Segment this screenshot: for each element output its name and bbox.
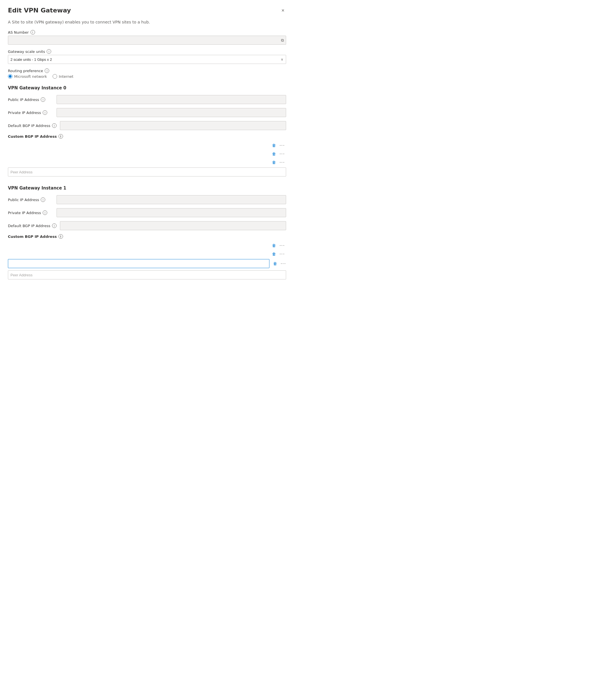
instance0-bgp-row1-more-icon[interactable]: ··· — [279, 143, 285, 148]
routing-microsoft-radio[interactable] — [8, 74, 13, 79]
as-number-info-icon[interactable]: i — [30, 30, 35, 35]
instance0-bgp-row-3: 🗑 ··· — [8, 159, 286, 166]
instance1-public-ip-row: Public IP Address i — [8, 195, 286, 204]
routing-preference-microsoft-option[interactable]: Microsoft network — [8, 74, 47, 79]
instance1-bgp-active-input[interactable] — [8, 259, 269, 268]
instance1-private-ip-info-icon[interactable]: i — [43, 210, 47, 215]
instance0-bgp-row1-trash-icon[interactable]: 🗑 — [271, 142, 277, 149]
instance1-bgp-row1-more-icon[interactable]: ··· — [279, 243, 285, 248]
instance1-bgp-row2-more-icon[interactable]: ··· — [279, 252, 285, 256]
instance1-public-ip-input[interactable] — [57, 195, 286, 204]
instance0-bgp-row2-trash-icon[interactable]: 🗑 — [271, 150, 277, 157]
instance1-private-ip-label: Private IP Address i — [8, 210, 53, 215]
copy-icon[interactable]: ⧉ — [281, 38, 284, 43]
instance0-public-ip-row: Public IP Address i — [8, 95, 286, 104]
instance1-public-ip-info-icon[interactable]: i — [41, 198, 45, 202]
instance0-bgp-row3-trash-icon[interactable]: 🗑 — [271, 159, 277, 166]
gateway-scale-units-select-wrapper: 2 scale units - 1 Gbps x 2 1 scale unit … — [8, 55, 286, 64]
instance0-custom-bgp-label: Custom BGP IP Address i — [8, 134, 286, 139]
instance1-default-bgp-info-icon[interactable]: i — [52, 223, 57, 228]
instance0-private-ip-row: Private IP Address i — [8, 108, 286, 117]
instance0-public-ip-label: Public IP Address i — [8, 97, 53, 102]
instance1-private-ip-input[interactable] — [57, 208, 286, 217]
instance1-default-bgp-row: Default BGP IP Address i — [8, 221, 286, 230]
instance0-default-bgp-input[interactable] — [60, 121, 286, 130]
gateway-scale-units-label: Gateway scale units i — [8, 49, 286, 54]
instance0-bgp-row2-more-icon[interactable]: ··· — [279, 151, 285, 156]
instance1-bgp-row3-more-icon[interactable]: ··· — [281, 261, 286, 266]
instance0-peer-address-input[interactable] — [8, 167, 286, 177]
dialog-title: Edit VPN Gateway — [8, 7, 71, 14]
routing-preference-info-icon[interactable]: i — [45, 68, 49, 73]
instance1-bgp-row3-trash-icon[interactable]: 🗑 — [272, 260, 278, 267]
instance1-bgp-row-2: 🗑 ··· — [8, 251, 286, 258]
as-number-group: AS Number i ⧉ — [8, 30, 286, 45]
instance1-bgp-row2-trash-icon[interactable]: 🗑 — [271, 251, 277, 258]
routing-preference-label: Routing preference i — [8, 68, 286, 73]
instance0-private-ip-info-icon[interactable]: i — [43, 110, 47, 115]
instance1-peer-address-input[interactable] — [8, 270, 286, 280]
as-number-input[interactable] — [8, 36, 286, 45]
instance0-bgp-row-1: 🗑 ··· — [8, 142, 286, 149]
instance1-default-bgp-label: Default BGP IP Address i — [8, 223, 57, 228]
instance1-bgp-row1-trash-icon[interactable]: 🗑 — [271, 242, 277, 249]
instance1-default-bgp-input[interactable] — [60, 221, 286, 230]
instance0-public-ip-info-icon[interactable]: i — [41, 97, 45, 102]
instance0-bgp-row3-more-icon[interactable]: ··· — [279, 160, 285, 165]
instance1-custom-bgp-info-icon[interactable]: i — [59, 234, 63, 239]
instance1-bgp-row-3-active: 🗑 ··· — [8, 259, 286, 268]
instance1-public-ip-label: Public IP Address i — [8, 198, 53, 202]
instance0-default-bgp-row: Default BGP IP Address i — [8, 121, 286, 130]
instance1-private-ip-row: Private IP Address i — [8, 208, 286, 217]
instance1-custom-bgp-label: Custom BGP IP Address i — [8, 234, 286, 239]
dialog-header: Edit VPN Gateway × — [8, 7, 286, 14]
as-number-input-wrapper: ⧉ — [8, 36, 286, 45]
instance0-bgp-row-2: 🗑 ··· — [8, 150, 286, 157]
routing-internet-radio[interactable] — [53, 74, 57, 79]
gateway-scale-units-group: Gateway scale units i 2 scale units - 1 … — [8, 49, 286, 64]
vpn-instance-0-section: VPN Gateway Instance 0 Public IP Address… — [8, 85, 286, 179]
instance-1-title: VPN Gateway Instance 1 — [8, 186, 286, 191]
instance0-custom-bgp-info-icon[interactable]: i — [59, 134, 63, 139]
routing-preference-radio-group: Microsoft network Internet — [8, 74, 286, 79]
routing-microsoft-label: Microsoft network — [14, 75, 47, 79]
gateway-scale-units-info-icon[interactable]: i — [47, 49, 51, 54]
edit-vpn-gateway-dialog: Edit VPN Gateway × A Site to site (VPN g… — [0, 0, 294, 339]
instance0-private-ip-label: Private IP Address i — [8, 110, 53, 115]
routing-preference-internet-option[interactable]: Internet — [53, 74, 74, 79]
instance0-private-ip-input[interactable] — [57, 108, 286, 117]
close-button[interactable]: × — [279, 7, 286, 14]
gateway-scale-units-select[interactable]: 2 scale units - 1 Gbps x 2 1 scale unit … — [8, 55, 286, 64]
instance0-default-bgp-info-icon[interactable]: i — [52, 123, 57, 128]
as-number-label: AS Number i — [8, 30, 286, 35]
vpn-instance-1-section: VPN Gateway Instance 1 Public IP Address… — [8, 186, 286, 282]
instance1-bgp-row-1: 🗑 ··· — [8, 242, 286, 249]
dialog-description: A Site to site (VPN gateway) enables you… — [8, 20, 286, 24]
routing-preference-group: Routing preference i Microsoft network I… — [8, 68, 286, 79]
routing-internet-label: Internet — [59, 75, 74, 79]
instance0-public-ip-input[interactable] — [57, 95, 286, 104]
instance0-default-bgp-label: Default BGP IP Address i — [8, 123, 57, 128]
instance-0-title: VPN Gateway Instance 0 — [8, 85, 286, 90]
